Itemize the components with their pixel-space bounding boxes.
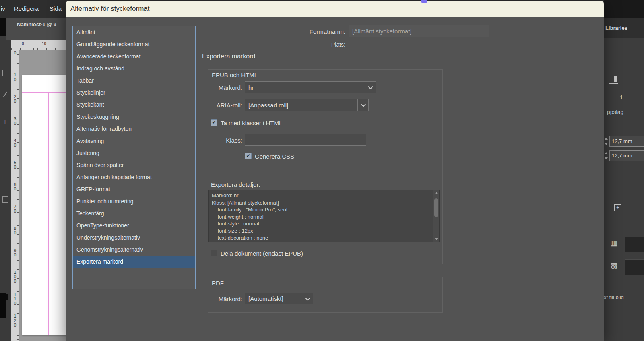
export-detail-line: font-size : 12px: [212, 227, 432, 235]
app-icon: [421, 0, 427, 3]
include-classes-checkbox[interactable]: ✔: [211, 119, 217, 126]
sidebar-item[interactable]: Styckekant: [73, 99, 195, 111]
ruler-number: 110: [12, 292, 17, 306]
indesign-screen: iv Redigera Sida T Namnlöst-1 @ 9 010 01…: [0, 0, 644, 341]
sidebar-item[interactable]: Anfanger och kapslade format: [73, 171, 195, 183]
panel-button[interactable]: [625, 259, 644, 275]
rectangle-tool-icon[interactable]: [2, 196, 8, 203]
format-name-label: Formatnamn:: [267, 28, 345, 35]
frame-tool-icon[interactable]: [2, 70, 8, 76]
pen-tool-icon[interactable]: [2, 92, 8, 97]
ruler-number: 30: [12, 117, 17, 126]
export-detail-line: font-style : normal: [212, 220, 432, 227]
sidebar-item[interactable]: Styckeskuggning: [73, 111, 195, 123]
markord-dropdown[interactable]: hr: [245, 81, 376, 93]
sidebar-item[interactable]: Understrykningsalternativ: [73, 231, 195, 244]
sidebar-item[interactable]: Teckenfärg: [73, 207, 195, 219]
grid-icon[interactable]: ▩: [610, 262, 617, 270]
pages-count: 1: [620, 94, 623, 101]
sidebar-item[interactable]: Justering: [73, 147, 195, 159]
chevron-down-icon[interactable]: [365, 82, 376, 93]
include-classes-label: Ta med klasser i HTML: [221, 120, 282, 126]
type-tool-icon[interactable]: T: [2, 119, 8, 124]
format-name-input[interactable]: [Allmänt styckeformat]: [349, 25, 489, 37]
pdf-markord-label: Märkord:: [208, 296, 242, 302]
dialog-sidebar: AllmäntGrundläggande teckenformatAvancer…: [72, 26, 196, 289]
add-page-icon[interactable]: +: [614, 204, 621, 211]
klass-input[interactable]: [245, 134, 366, 146]
dialog-titlebar[interactable]: Alternativ för styckeformat: [66, 1, 604, 17]
document-tab[interactable]: Namnlöst-1 @ 9: [17, 21, 56, 27]
aria-roll-label: ARIA-roll:: [208, 102, 242, 109]
sidebar-item[interactable]: Avstavning: [73, 135, 195, 147]
panel-divider: [604, 174, 644, 174]
export-detail-line: font-weight : normal: [212, 213, 432, 221]
ruler-number: 120: [12, 314, 17, 327]
sidebar-item[interactable]: OpenType-funktioner: [73, 219, 195, 231]
margin-stepper[interactable]: [604, 136, 608, 147]
uppslag-label: ppslag: [607, 109, 623, 115]
tab-libraries[interactable]: Libraries: [605, 25, 627, 31]
ruler-number: 10: [42, 41, 46, 46]
epub-html-group-title: EPUB och HTML: [212, 72, 258, 79]
ruler-number: 40: [12, 138, 17, 147]
pdf-markord-value: [Automatiskt]: [245, 295, 302, 302]
libraries-panel-header: Libraries: [604, 18, 644, 38]
sidebar-item[interactable]: Tabbar: [73, 74, 195, 87]
check-icon: ✔: [245, 153, 251, 159]
ruler-number: 50: [12, 161, 17, 169]
generate-css-checkbox[interactable]: ✔: [245, 153, 252, 159]
ruler-number: 80: [12, 226, 17, 235]
generate-css-label: Generera CSS: [255, 153, 294, 160]
split-document-checkbox[interactable]: ✔: [211, 250, 217, 256]
sidebar-item[interactable]: Grundläggande teckenformat: [73, 38, 195, 50]
scroll-down-icon[interactable]: [435, 238, 438, 240]
pdf-group: PDF Märkord: [Automatiskt]: [208, 277, 443, 313]
dialog-title: Alternativ för styckeformat: [70, 5, 150, 13]
margin-stepper[interactable]: [604, 151, 608, 161]
sidebar-item[interactable]: Genomstrykningsalternativ: [73, 244, 195, 256]
scroll-up-icon[interactable]: [435, 192, 438, 194]
chevron-down-icon[interactable]: [357, 99, 368, 111]
sidebar-item[interactable]: GREP-format: [73, 183, 195, 195]
pdf-markord-dropdown[interactable]: [Automatiskt]: [245, 293, 313, 304]
sidebar-item[interactable]: Exportera märkord: [73, 256, 195, 268]
epub-html-group: EPUB och HTML Märkord: hr ARIA-roll: [An…: [208, 69, 443, 264]
chevron-down-icon[interactable]: [302, 293, 313, 304]
sidebar-item[interactable]: Avancerade teckenformat: [73, 50, 195, 62]
pdf-group-title: PDF: [212, 280, 224, 287]
document-page[interactable]: [22, 75, 66, 335]
export-detail-line: Märkord: hr: [212, 192, 432, 199]
export-detail-line: font-family : "Minion Pro", serif: [212, 206, 432, 213]
margin-value-input[interactable]: 12,7 mm: [609, 136, 644, 147]
sidebar-item[interactable]: Indrag och avstånd: [73, 62, 195, 74]
pages-panel-icon[interactable]: [609, 76, 618, 84]
vertical-ruler: 0102030405060708090100110120: [11, 50, 20, 341]
sidebar-item[interactable]: Spänn över spalter: [73, 159, 195, 171]
sidebar-item[interactable]: Allmänt: [73, 26, 195, 38]
ruler-number: 90: [12, 248, 17, 257]
export-detail-line: text-decoration : none: [212, 234, 432, 242]
sidebar-item[interactable]: Punkter och numrering: [73, 195, 195, 207]
menu-item-redigera[interactable]: Redigera: [14, 5, 39, 12]
ruler-number: 0: [22, 41, 24, 46]
sidebar-item[interactable]: Styckelinjer: [73, 87, 195, 99]
panel-button[interactable]: [625, 237, 644, 252]
margin-guide: [22, 92, 66, 93]
ruler-number: 20: [12, 95, 17, 103]
table-icon[interactable]: ▦: [610, 239, 617, 247]
menu-item-arkiv[interactable]: iv: [1, 5, 5, 12]
right-panel-top: [604, 0, 644, 18]
aria-roll-dropdown[interactable]: [Anpassad roll]: [245, 99, 369, 111]
export-details-box: Märkord: hrKlass: [Allmänt styckeformat]…: [208, 190, 440, 242]
margin-value-input[interactable]: 12,7 mm: [609, 150, 644, 161]
details-scrollbar[interactable]: [433, 190, 439, 242]
document-tabbar: Namnlöst-1 @ 9: [6, 18, 66, 40]
sidebar-item[interactable]: Alternativ för radbyten: [73, 123, 195, 135]
scroll-thumb[interactable]: [434, 198, 438, 217]
menu-item-sida[interactable]: Sida: [50, 5, 62, 12]
plats-label: Plats:: [267, 41, 345, 48]
aria-roll-value: [Anpassad roll]: [245, 102, 357, 109]
margin-guide: [48, 92, 49, 335]
ruler-number: 60: [12, 182, 17, 191]
